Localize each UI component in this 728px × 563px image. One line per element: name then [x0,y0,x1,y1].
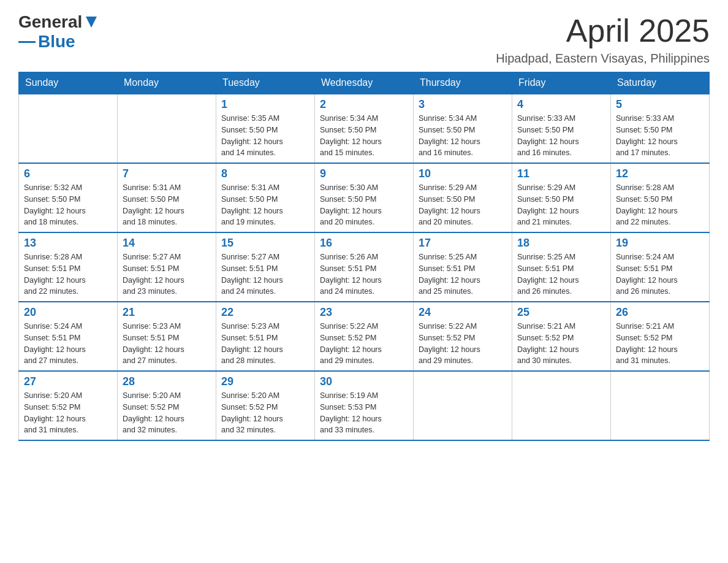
day-number: 7 [123,167,211,180]
day-number: 24 [419,306,507,319]
day-number: 23 [320,306,408,319]
calendar-week-row: 1Sunrise: 5:35 AM Sunset: 5:50 PM Daylig… [19,94,710,163]
calendar-cell: 12Sunrise: 5:28 AM Sunset: 5:50 PM Dayli… [611,163,710,232]
day-number: 18 [517,237,605,250]
day-info: Sunrise: 5:26 AM Sunset: 5:51 PM Dayligh… [320,251,408,297]
calendar-header-sunday: Sunday [19,72,118,94]
day-number: 3 [419,98,507,111]
day-info: Sunrise: 5:22 AM Sunset: 5:52 PM Dayligh… [419,321,507,367]
calendar-cell: 15Sunrise: 5:27 AM Sunset: 5:51 PM Dayli… [216,232,315,302]
day-number: 27 [24,375,112,388]
day-number: 16 [320,237,408,250]
day-number: 25 [517,306,605,319]
day-number: 10 [419,167,507,180]
calendar-cell: 30Sunrise: 5:19 AM Sunset: 5:53 PM Dayli… [315,371,414,440]
calendar-cell: 16Sunrise: 5:26 AM Sunset: 5:51 PM Dayli… [315,232,414,302]
calendar-header-wednesday: Wednesday [315,72,414,94]
day-info: Sunrise: 5:19 AM Sunset: 5:53 PM Dayligh… [320,390,408,436]
calendar-cell: 27Sunrise: 5:20 AM Sunset: 5:52 PM Dayli… [19,371,118,440]
logo: General Blue [18,12,97,52]
calendar-cell: 13Sunrise: 5:28 AM Sunset: 5:51 PM Dayli… [19,232,118,302]
day-number: 9 [320,167,408,180]
logo-blue-text: Blue [38,32,75,52]
calendar-header-thursday: Thursday [414,72,512,94]
day-info: Sunrise: 5:29 AM Sunset: 5:50 PM Dayligh… [517,182,605,228]
calendar-cell: 21Sunrise: 5:23 AM Sunset: 5:51 PM Dayli… [118,302,216,371]
day-number: 20 [24,306,112,319]
day-number: 1 [221,98,309,111]
calendar-cell: 11Sunrise: 5:29 AM Sunset: 5:50 PM Dayli… [512,163,611,232]
calendar-cell [19,94,118,163]
calendar-cell: 6Sunrise: 5:32 AM Sunset: 5:50 PM Daylig… [19,163,118,232]
day-info: Sunrise: 5:35 AM Sunset: 5:50 PM Dayligh… [221,113,309,159]
day-info: Sunrise: 5:32 AM Sunset: 5:50 PM Dayligh… [24,182,112,228]
calendar-header-monday: Monday [118,72,216,94]
day-number: 19 [616,237,704,250]
calendar-cell: 10Sunrise: 5:29 AM Sunset: 5:50 PM Dayli… [414,163,512,232]
calendar-header-tuesday: Tuesday [216,72,315,94]
location-subtitle: Hipadpad, Eastern Visayas, Philippines [496,52,710,66]
day-info: Sunrise: 5:34 AM Sunset: 5:50 PM Dayligh… [320,113,408,159]
day-info: Sunrise: 5:20 AM Sunset: 5:52 PM Dayligh… [123,390,211,436]
day-info: Sunrise: 5:21 AM Sunset: 5:52 PM Dayligh… [616,321,704,367]
day-info: Sunrise: 5:33 AM Sunset: 5:50 PM Dayligh… [616,113,704,159]
day-number: 21 [123,306,211,319]
calendar-cell: 2Sunrise: 5:34 AM Sunset: 5:50 PM Daylig… [315,94,414,163]
page-header: General Blue April 2025 Hipadpad, Easter… [18,12,710,66]
day-number: 8 [221,167,309,180]
day-number: 4 [517,98,605,111]
calendar-cell [512,371,611,440]
title-block: April 2025 Hipadpad, Eastern Visayas, Ph… [496,12,710,66]
day-info: Sunrise: 5:28 AM Sunset: 5:50 PM Dayligh… [616,182,704,228]
day-info: Sunrise: 5:23 AM Sunset: 5:51 PM Dayligh… [123,321,211,367]
calendar-cell: 23Sunrise: 5:22 AM Sunset: 5:52 PM Dayli… [315,302,414,371]
day-info: Sunrise: 5:24 AM Sunset: 5:51 PM Dayligh… [24,321,112,367]
calendar-table: SundayMondayTuesdayWednesdayThursdayFrid… [18,72,710,441]
calendar-cell: 17Sunrise: 5:25 AM Sunset: 5:51 PM Dayli… [414,232,512,302]
calendar-cell: 1Sunrise: 5:35 AM Sunset: 5:50 PM Daylig… [216,94,315,163]
calendar-week-row: 27Sunrise: 5:20 AM Sunset: 5:52 PM Dayli… [19,371,710,440]
calendar-cell: 19Sunrise: 5:24 AM Sunset: 5:51 PM Dayli… [611,232,710,302]
day-number: 26 [616,306,704,319]
calendar-week-row: 6Sunrise: 5:32 AM Sunset: 5:50 PM Daylig… [19,163,710,232]
day-info: Sunrise: 5:29 AM Sunset: 5:50 PM Dayligh… [419,182,507,228]
calendar-cell: 7Sunrise: 5:31 AM Sunset: 5:50 PM Daylig… [118,163,216,232]
day-info: Sunrise: 5:31 AM Sunset: 5:50 PM Dayligh… [123,182,211,228]
day-info: Sunrise: 5:31 AM Sunset: 5:50 PM Dayligh… [221,182,309,228]
month-title: April 2025 [496,12,710,49]
day-info: Sunrise: 5:25 AM Sunset: 5:51 PM Dayligh… [517,251,605,297]
calendar-cell: 18Sunrise: 5:25 AM Sunset: 5:51 PM Dayli… [512,232,611,302]
calendar-cell: 28Sunrise: 5:20 AM Sunset: 5:52 PM Dayli… [118,371,216,440]
day-info: Sunrise: 5:28 AM Sunset: 5:51 PM Dayligh… [24,251,112,297]
calendar-cell: 4Sunrise: 5:33 AM Sunset: 5:50 PM Daylig… [512,94,611,163]
day-number: 11 [517,167,605,180]
day-info: Sunrise: 5:21 AM Sunset: 5:52 PM Dayligh… [517,321,605,367]
calendar-cell: 3Sunrise: 5:34 AM Sunset: 5:50 PM Daylig… [414,94,512,163]
calendar-week-row: 13Sunrise: 5:28 AM Sunset: 5:51 PM Dayli… [19,232,710,302]
calendar-cell: 9Sunrise: 5:30 AM Sunset: 5:50 PM Daylig… [315,163,414,232]
day-info: Sunrise: 5:30 AM Sunset: 5:50 PM Dayligh… [320,182,408,228]
day-number: 22 [221,306,309,319]
day-info: Sunrise: 5:20 AM Sunset: 5:52 PM Dayligh… [24,390,112,436]
calendar-cell: 29Sunrise: 5:20 AM Sunset: 5:52 PM Dayli… [216,371,315,440]
day-number: 17 [419,237,507,250]
day-info: Sunrise: 5:27 AM Sunset: 5:51 PM Dayligh… [123,251,211,297]
calendar-cell: 14Sunrise: 5:27 AM Sunset: 5:51 PM Dayli… [118,232,216,302]
day-number: 2 [320,98,408,111]
day-number: 30 [320,375,408,388]
day-number: 6 [24,167,112,180]
day-info: Sunrise: 5:25 AM Sunset: 5:51 PM Dayligh… [419,251,507,297]
day-number: 14 [123,237,211,250]
calendar-cell: 20Sunrise: 5:24 AM Sunset: 5:51 PM Dayli… [19,302,118,371]
day-info: Sunrise: 5:27 AM Sunset: 5:51 PM Dayligh… [221,251,309,297]
calendar-cell: 5Sunrise: 5:33 AM Sunset: 5:50 PM Daylig… [611,94,710,163]
calendar-week-row: 20Sunrise: 5:24 AM Sunset: 5:51 PM Dayli… [19,302,710,371]
logo-general-text: General [18,12,82,32]
svg-marker-0 [86,17,97,28]
day-number: 15 [221,237,309,250]
day-number: 13 [24,237,112,250]
calendar-cell: 22Sunrise: 5:23 AM Sunset: 5:51 PM Dayli… [216,302,315,371]
calendar-cell [611,371,710,440]
calendar-cell [118,94,216,163]
calendar-cell: 25Sunrise: 5:21 AM Sunset: 5:52 PM Dayli… [512,302,611,371]
